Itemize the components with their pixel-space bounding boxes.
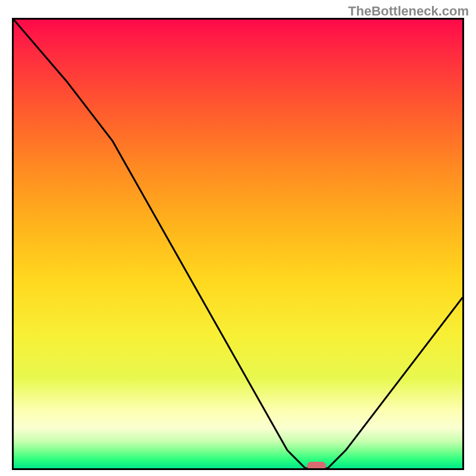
optimal-marker bbox=[307, 462, 326, 470]
chart-container: TheBottleneck.com bbox=[0, 0, 476, 476]
chart-frame bbox=[12, 18, 464, 470]
gradient-background bbox=[14, 20, 462, 468]
watermark-text: TheBottleneck.com bbox=[348, 4, 469, 19]
